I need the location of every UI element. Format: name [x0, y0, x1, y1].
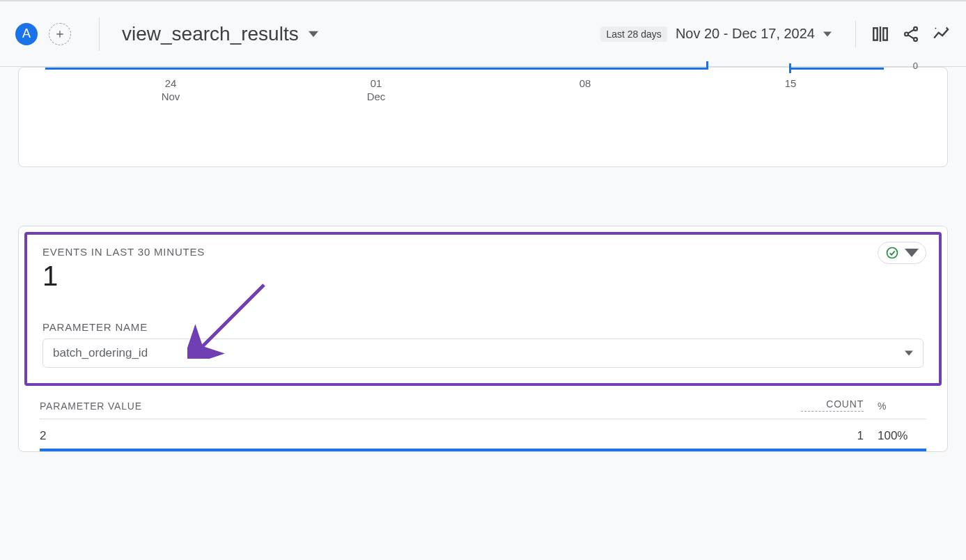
- svg-rect-0: [873, 28, 877, 40]
- events-title: EVENTS IN LAST 30 MINUTES: [42, 246, 924, 258]
- chevron-down-icon: [905, 349, 913, 357]
- share-icon[interactable]: [902, 25, 920, 43]
- chart-line-segment: [789, 68, 884, 73]
- compare-icon[interactable]: [871, 25, 889, 43]
- highlight-annotation: EVENTS IN LAST 30 MINUTES 1 PARAMETER N: [24, 232, 942, 386]
- svg-point-8: [887, 248, 898, 258]
- svg-point-5: [914, 38, 917, 41]
- col-header-value: PARAMETER VALUE: [40, 400, 801, 412]
- chart-line-segment: [45, 68, 707, 73]
- svg-point-4: [905, 32, 908, 36]
- cell-pct: 100%: [864, 429, 926, 443]
- chart-area: 0 24 Nov 01 Dec 08 15: [19, 68, 947, 166]
- avatar[interactable]: A: [15, 23, 38, 45]
- divider: [99, 17, 100, 51]
- y-axis-label: 0: [913, 61, 918, 71]
- x-tick: 15: [785, 77, 797, 91]
- svg-rect-1: [883, 28, 887, 40]
- add-comparison-button[interactable]: [49, 23, 71, 45]
- x-tick: 24 Nov: [162, 77, 180, 104]
- events-count: 1: [42, 260, 924, 292]
- toolbar-icons: [855, 21, 951, 47]
- x-tick: 08: [579, 77, 591, 91]
- table-row[interactable]: 2 1 100%: [40, 419, 926, 449]
- parameter-name-label: PARAMETER NAME: [42, 321, 924, 333]
- event-title-dropdown[interactable]: view_search_results: [122, 23, 318, 45]
- date-chip: Last 28 days: [600, 26, 667, 42]
- divider: [855, 21, 856, 47]
- percent-bar: [40, 449, 926, 451]
- chart-card: 0 24 Nov 01 Dec 08 15: [18, 67, 948, 167]
- svg-line-6: [908, 29, 914, 33]
- chevron-down-icon: [309, 29, 318, 39]
- col-header-pct: %: [864, 400, 926, 412]
- parameter-value-table: PARAMETER VALUE COUNT % 2 1 100%: [19, 391, 947, 451]
- cell-value: 2: [40, 429, 801, 443]
- x-tick: 01 Dec: [367, 77, 386, 104]
- svg-line-7: [908, 35, 914, 38]
- date-range-text: Nov 20 - Dec 17, 2024: [676, 26, 815, 42]
- chevron-down-icon: [905, 246, 919, 260]
- realtime-events-card: EVENTS IN LAST 30 MINUTES 1 PARAMETER N: [18, 226, 948, 452]
- insights-icon[interactable]: [933, 25, 951, 43]
- check-circle-icon: [885, 246, 899, 260]
- col-header-count[interactable]: COUNT: [801, 398, 864, 412]
- svg-point-3: [914, 26, 917, 30]
- cell-count: 1: [801, 429, 864, 443]
- plus-icon: [54, 29, 65, 40]
- parameter-name-value: batch_ordering_id: [53, 346, 148, 360]
- table-header: PARAMETER VALUE COUNT %: [40, 398, 926, 414]
- parameter-name-select[interactable]: batch_ordering_id: [42, 339, 924, 368]
- topbar: A view_search_results Last 28 days Nov 2…: [0, 0, 966, 67]
- svg-line-9: [203, 285, 264, 346]
- status-dropdown[interactable]: [878, 242, 926, 264]
- date-range-picker[interactable]: Last 28 days Nov 20 - Dec 17, 2024: [600, 26, 832, 42]
- chevron-down-icon: [823, 30, 832, 38]
- avatar-letter: A: [22, 26, 31, 41]
- chart-line-segment: [706, 61, 708, 70]
- page-title: view_search_results: [122, 23, 299, 45]
